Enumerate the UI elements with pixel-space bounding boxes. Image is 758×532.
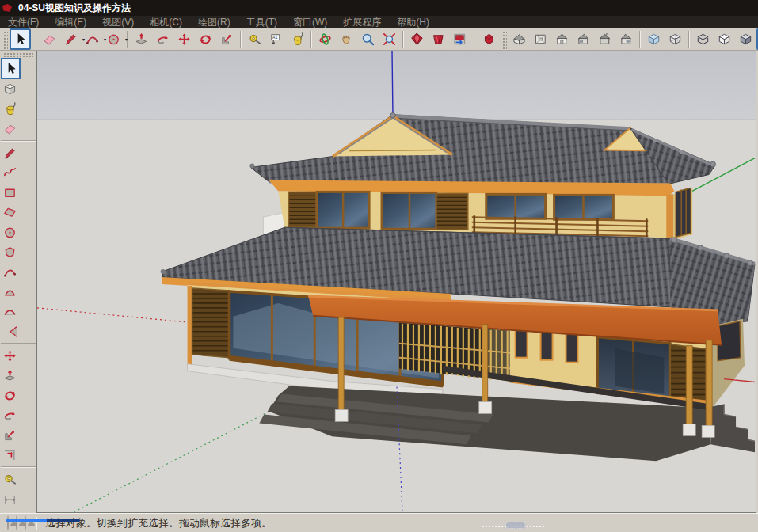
sidebar-separator (1, 466, 36, 468)
move-tool-button[interactable] (174, 29, 194, 49)
dimension-tool-button[interactable] (1, 489, 19, 509)
menu-bar: 文件(F)编辑(E)视图(V)相机(C)绘图(R)工具(T)窗口(W)扩展程序帮… (0, 16, 758, 29)
video-scrubber-handle[interactable] (505, 522, 526, 529)
toolbar-separator (402, 31, 404, 48)
plugin-tool-4-button[interactable] (479, 29, 499, 49)
select-tool-button[interactable] (10, 28, 31, 50)
model-small-window (566, 334, 578, 363)
status-message: 选择对象。切换到扩充选择。拖动鼠标选择多项。 (45, 516, 272, 530)
blue-axis-solid[interactable] (392, 51, 393, 117)
video-progress-bar[interactable] (6, 519, 80, 522)
pan-tool-button[interactable] (337, 29, 356, 49)
rotate-tool-button[interactable] (196, 29, 215, 49)
style-hidden-line-button[interactable] (714, 29, 734, 49)
pushpull-tool-button[interactable] (131, 29, 151, 49)
menu-item-3[interactable]: 视图(V) (94, 16, 142, 28)
sidebar-separator (1, 343, 36, 344)
menu-item-6[interactable]: 工具(T) (238, 16, 285, 28)
view-top-button[interactable] (531, 29, 550, 49)
menu-item-7[interactable]: 窗口(W) (285, 16, 335, 28)
dropdown-arrow-icon[interactable]: ▾ (125, 36, 128, 42)
eraser-tool-button[interactable] (1, 119, 19, 139)
paint-bucket-tool-button[interactable] (1, 99, 19, 119)
freehand-tool-button[interactable] (1, 163, 19, 183)
sky (37, 51, 756, 120)
menu-item-8[interactable]: 扩展程序 (335, 16, 389, 28)
move-tool-button[interactable] (1, 346, 19, 366)
model-small-window (516, 329, 528, 358)
toolbar-grip[interactable] (501, 30, 507, 49)
large-tool-set: A1AA (0, 51, 37, 513)
svg-text:A1: A1 (272, 35, 277, 40)
view-left-button[interactable] (616, 29, 636, 49)
scale-tool-button[interactable] (1, 425, 19, 445)
menu-item-2[interactable]: 编辑(E) (47, 16, 94, 28)
toolbar-separator (688, 31, 690, 48)
make-component-tool-button[interactable] (1, 79, 19, 99)
view-front-button[interactable] (552, 29, 572, 49)
menu-item-4[interactable]: 相机(C) (142, 16, 190, 28)
tape-measure-tool-button[interactable] (245, 29, 265, 49)
zoom-tool-button[interactable] (358, 29, 378, 49)
menu-item-5[interactable]: 绘图(R) (190, 16, 238, 28)
orbit-tool-button[interactable] (315, 29, 335, 49)
model-small-window (541, 332, 553, 360)
circle-tool-button[interactable]: ▾ (104, 29, 124, 49)
plugin-tool-1-button[interactable] (407, 29, 427, 49)
sidebar-separator (1, 140, 36, 142)
user-badge[interactable] (25, 515, 26, 530)
select-tool-button[interactable] (1, 58, 21, 79)
style-back-edges-button[interactable] (665, 29, 685, 49)
geolocation-badge[interactable] (7, 515, 9, 530)
text-tool-button[interactable]: A1 (266, 29, 286, 49)
line-tool-button[interactable] (1, 143, 19, 163)
three-point-arc-tool-button[interactable] (1, 302, 19, 321)
toolbar-separator (240, 31, 242, 48)
3d-viewport[interactable] (36, 51, 756, 513)
toolbar-grip[interactable] (3, 52, 33, 57)
style-xray-button[interactable] (644, 29, 664, 49)
rectangle-tool-button[interactable] (1, 183, 19, 203)
app-logo-icon (2, 4, 12, 12)
zoom-extents-tool-button[interactable] (379, 29, 399, 49)
pie-tool-button[interactable] (1, 321, 19, 341)
window-title: 04-SU视图知识及操作方法 (18, 2, 131, 15)
arc-tool-button[interactable] (1, 262, 19, 282)
arc-tool-button[interactable]: ▾ (82, 29, 102, 49)
plugin-tool-2-button[interactable] (429, 29, 448, 49)
pushpull-tool-button[interactable] (1, 366, 19, 386)
eraser-tool-button[interactable] (40, 29, 59, 49)
rotate-tool-button[interactable] (1, 386, 19, 405)
style-wireframe-button[interactable] (693, 29, 713, 49)
view-right-button[interactable] (573, 29, 593, 49)
tape-measure-tool-button[interactable] (1, 469, 19, 489)
two-point-arc-tool-button[interactable] (1, 282, 19, 302)
paint-bucket-tool-button[interactable] (288, 29, 307, 49)
line-tool-button[interactable]: ▾ (61, 29, 81, 49)
scale-tool-button[interactable] (217, 29, 237, 49)
view-iso-button[interactable] (509, 29, 529, 49)
status-bar: 选择对象。切换到扩充选择。拖动鼠标选择多项。 (0, 513, 758, 532)
style-shaded-button[interactable] (736, 29, 756, 49)
toolbar-separator (639, 31, 641, 48)
circle-tool-button[interactable] (1, 222, 19, 242)
plugin-tool-3-button[interactable] (450, 29, 470, 49)
menu-item-1[interactable]: 文件(F) (0, 16, 47, 28)
sketchup-window: 04-SU视图知识及操作方法 文件(F)编辑(E)视图(V)相机(C)绘图(R)… (0, 0, 758, 532)
followme-tool-button[interactable] (1, 405, 19, 425)
top-toolbar: ▾▾▾A1 (0, 28, 758, 51)
offset-tool-button[interactable] (1, 445, 19, 465)
title-bar: 04-SU视图知识及操作方法 (0, 0, 758, 16)
view-back-button[interactable] (595, 29, 615, 49)
menu-item-9[interactable]: 帮助(H) (389, 16, 437, 28)
credits-badge[interactable] (16, 515, 17, 530)
followme-tool-button[interactable] (153, 29, 173, 49)
toolbar-grip[interactable] (2, 30, 8, 49)
rotated-rectangle-tool-button[interactable] (1, 203, 19, 222)
toolbar-separator (310, 31, 312, 48)
model-canvas[interactable] (37, 51, 756, 512)
polygon-tool-button[interactable] (1, 242, 19, 262)
